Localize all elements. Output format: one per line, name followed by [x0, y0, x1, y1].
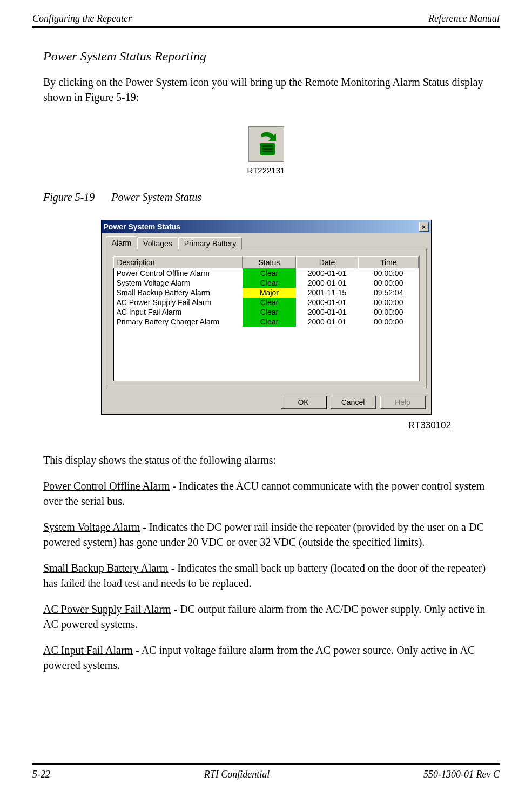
cell-desc: Small Backup Battery Alarm	[113, 288, 243, 298]
alarm-name: AC Power Supply Fail Alarm	[43, 603, 171, 615]
icon-rt-label: RT222131	[32, 166, 500, 175]
window-titlebar: Power System Status ×	[102, 220, 431, 233]
cell-date: 2000-01-01	[296, 307, 358, 317]
footer-right: 550-1300-01 Rev C	[423, 769, 500, 780]
tab-primary-battery[interactable]: Primary Battery	[178, 237, 242, 249]
table-row[interactable]: AC Power Supply Fail Alarm Clear 2000-01…	[113, 298, 419, 307]
after-text: This display shows the status of the fol…	[43, 452, 489, 468]
intro-paragraph: By clicking on the Power System icon you…	[43, 75, 489, 105]
cell-status: Clear	[243, 298, 297, 307]
alarm-name: Power Control Offline Alarm	[43, 480, 170, 492]
power-system-status-window: Power System Status × Alarm Voltages Pri…	[101, 220, 432, 415]
tab-alarm[interactable]: Alarm	[106, 236, 138, 249]
cell-desc: AC Power Supply Fail Alarm	[113, 298, 243, 307]
header-right: Reference Manual	[428, 13, 500, 24]
table-row[interactable]: Primary Battery Charger Alarm Clear 2000…	[113, 317, 419, 327]
help-button[interactable]: Help	[380, 396, 426, 409]
listview-header: Description Status Date Time	[113, 256, 419, 268]
cell-status: Clear	[243, 317, 297, 327]
cell-date: 2000-01-01	[296, 268, 358, 278]
cell-time: 00:00:00	[358, 307, 419, 317]
section-title: Power System Status Reporting	[43, 49, 500, 64]
footer-center: RTI Confidential	[204, 769, 270, 780]
alarm-name: System Voltage Alarm	[43, 521, 140, 533]
col-description[interactable]: Description	[113, 256, 243, 268]
alarm-paragraph: Power Control Offline Alarm - Indicates …	[43, 478, 489, 509]
alarm-paragraph: Small Backup Battery Alarm - Indicates t…	[43, 560, 489, 591]
figure-number: Figure 5-19	[43, 191, 95, 203]
figure-caption: Figure 5-19 Power System Status	[43, 191, 500, 204]
screenshot-rt-label: RT330102	[32, 420, 451, 431]
svg-rect-3	[262, 151, 273, 152]
alarm-name: AC Input Fail Alarm	[43, 644, 133, 656]
cell-time: 00:00:00	[358, 298, 419, 307]
alarm-paragraph: System Voltage Alarm - Indicates the DC …	[43, 519, 489, 550]
tab-content: Description Status Date Time Power Contr…	[106, 249, 427, 388]
cell-date: 2001-11-15	[296, 288, 358, 298]
alarm-name: Small Backup Battery Alarm	[43, 562, 169, 574]
window-title: Power System Status	[104, 222, 180, 231]
tab-voltages[interactable]: Voltages	[137, 237, 178, 249]
col-date[interactable]: Date	[296, 256, 358, 268]
cell-status: Major	[243, 288, 297, 298]
close-button[interactable]: ×	[419, 222, 429, 232]
alarm-listview[interactable]: Description Status Date Time Power Contr…	[113, 256, 420, 381]
figure-title: Power System Status	[111, 191, 201, 203]
table-row[interactable]: System Voltage Alarm Clear 2000-01-01 00…	[113, 278, 419, 288]
cell-time: 00:00:00	[358, 268, 419, 278]
cell-time: 00:00:00	[358, 317, 419, 327]
tab-strip: Alarm Voltages Primary Battery	[106, 236, 427, 249]
listview-body: Power Control Offline Alarm Clear 2000-0…	[113, 268, 419, 327]
footer-left: 5-22	[32, 769, 50, 780]
cell-time: 09:52:04	[358, 288, 419, 298]
svg-rect-1	[262, 145, 273, 147]
svg-rect-2	[262, 148, 273, 150]
cell-desc: System Voltage Alarm	[113, 278, 243, 288]
cell-status: Clear	[243, 307, 297, 317]
col-status[interactable]: Status	[243, 256, 297, 268]
cell-date: 2000-01-01	[296, 317, 358, 327]
alarm-paragraph: AC Input Fail Alarm - AC input voltage f…	[43, 643, 489, 673]
alarm-paragraph: AC Power Supply Fail Alarm - DC output f…	[43, 601, 489, 632]
cell-status: Clear	[243, 278, 297, 288]
header-left: Configuring the Repeater	[32, 13, 132, 24]
col-time[interactable]: Time	[358, 256, 419, 268]
page-footer: 5-22 RTI Confidential 550-1300-01 Rev C	[32, 763, 500, 780]
cell-time: 00:00:00	[358, 278, 419, 288]
cell-desc: Primary Battery Charger Alarm	[113, 317, 243, 327]
ok-button[interactable]: OK	[281, 396, 326, 409]
table-row[interactable]: Small Backup Battery Alarm Major 2001-11…	[113, 288, 419, 298]
cell-desc: AC Input Fail Alarm	[113, 307, 243, 317]
page-header: Configuring the Repeater Reference Manua…	[32, 11, 500, 28]
button-row: OK Cancel Help	[102, 393, 431, 414]
cell-desc: Power Control Offline Alarm	[113, 268, 243, 278]
cell-date: 2000-01-01	[296, 278, 358, 288]
table-row[interactable]: Power Control Offline Alarm Clear 2000-0…	[113, 268, 419, 278]
table-row[interactable]: AC Input Fail Alarm Clear 2000-01-01 00:…	[113, 307, 419, 317]
cancel-button[interactable]: Cancel	[331, 396, 376, 409]
icon-figure: RT222131	[32, 126, 500, 175]
cell-date: 2000-01-01	[296, 298, 358, 307]
power-system-icon	[248, 126, 284, 162]
cell-status: Clear	[243, 268, 297, 278]
